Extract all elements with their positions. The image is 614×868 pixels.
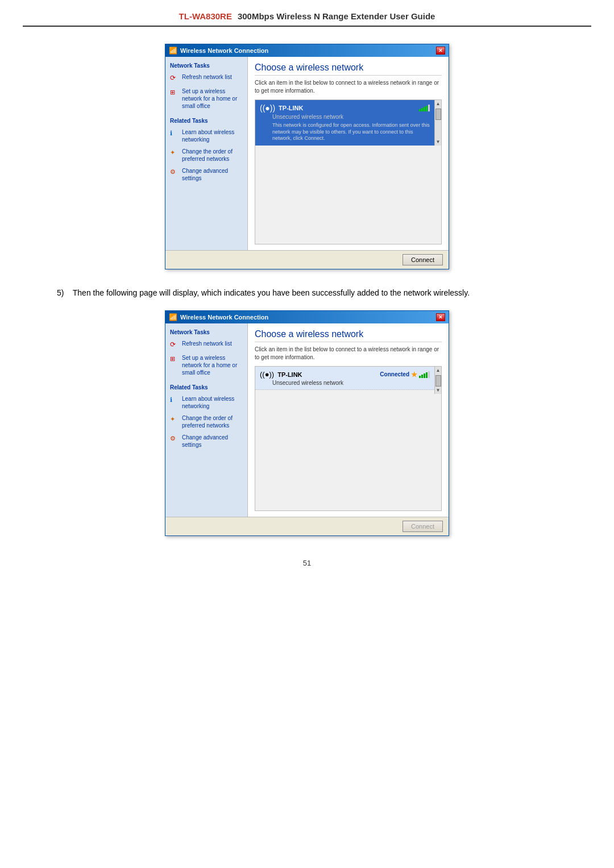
- sidebar-advanced[interactable]: Change advanced settings: [170, 167, 243, 182]
- scroll-down-arrow-2[interactable]: ▼: [435, 387, 442, 394]
- network-warning-1: This network is configured for open acce…: [272, 122, 430, 142]
- dialog-1-close-button[interactable]: ✕: [436, 47, 445, 55]
- dialog-1-sidebar: Network Tasks Refresh network list Set u…: [165, 57, 248, 250]
- sidebar-refresh-label: Refresh network list: [182, 73, 232, 81]
- scroll-thumb-2[interactable]: [435, 375, 441, 387]
- network-item-2[interactable]: ((●)) TP-LINK Connected ★: [255, 367, 434, 390]
- network-name-1: TP-LINK: [279, 105, 303, 111]
- learn-icon: [170, 129, 179, 138]
- sidebar-wireless-setup[interactable]: Set up a wireless network for a home or …: [170, 88, 243, 110]
- learn-icon-2: [170, 396, 179, 405]
- scroll-up-arrow[interactable]: ▲: [435, 100, 442, 107]
- network-item-1-header: ((●)) TP-LINK: [260, 103, 430, 113]
- connected-text: Connected: [380, 371, 409, 377]
- network-list-2[interactable]: ((●)) TP-LINK Connected ★: [255, 366, 442, 511]
- dialog-1-titlebar: 📶 Wireless Network Connection ✕: [165, 44, 449, 57]
- refresh-icon: [170, 74, 179, 83]
- network-item-2-header: ((●)) TP-LINK Connected ★: [260, 370, 430, 379]
- signal-bar-2-4: [426, 372, 428, 378]
- page-number: 51: [23, 559, 591, 567]
- sidebar-wireless-setup-2[interactable]: Set up a wireless network for a home or …: [170, 354, 243, 376]
- dialog-1-footer: Connect: [165, 250, 449, 269]
- sidebar-wireless-setup-label-2: Set up a wireless network for a home or …: [182, 354, 243, 376]
- dialog-2-sidebar: Network Tasks Refresh network list Set u…: [165, 323, 248, 517]
- header-model: TL-WA830RE: [179, 11, 232, 21]
- dialog-2-body: Network Tasks Refresh network list Set u…: [165, 323, 449, 517]
- network-status-2: Unsecured wireless network: [272, 380, 430, 386]
- signal-bar-5: [428, 105, 430, 111]
- sidebar-advanced-label: Change advanced settings: [182, 167, 243, 182]
- network-tasks-title-2: Network Tasks: [170, 329, 243, 335]
- dialog-2-titlebar-left: 📶 Wireless Network Connection: [169, 313, 268, 321]
- network-item-2-left: ((●)) TP-LINK: [260, 370, 302, 379]
- dialog-1-main: Choose a wireless network Click an item …: [248, 57, 449, 250]
- dialog-2-title: Wireless Network Connection: [180, 314, 268, 321]
- wireless-setup-icon-2: [170, 355, 179, 364]
- sidebar-learn-label: Learn about wireless networking: [182, 128, 243, 143]
- signal-bar-2-5: [428, 371, 430, 378]
- dialog-2-main: Choose a wireless network Click an item …: [248, 323, 449, 517]
- sidebar-refresh-label-2: Refresh network list: [182, 340, 232, 347]
- wifi-signal-icon: ((●)): [260, 103, 275, 113]
- dialog-1-titlebar-left: 📶 Wireless Network Connection: [169, 47, 268, 55]
- change-order-icon-2: [170, 415, 179, 424]
- signal-bars-2: [419, 371, 430, 378]
- scrollbar-1[interactable]: ▲ ▼: [434, 100, 441, 146]
- dialog-2: 📶 Wireless Network Connection ✕ Network …: [165, 310, 449, 536]
- network-status-1: Unsecured wireless network: [272, 114, 430, 120]
- sidebar-advanced-label-2: Change advanced settings: [182, 434, 243, 448]
- signal-bar-3: [424, 107, 425, 111]
- signal-bar-2: [421, 108, 423, 111]
- dialog-1-body: Network Tasks Refresh network list Set u…: [165, 57, 449, 250]
- wifi-title-icon: 📶: [169, 47, 177, 55]
- dialog-1-main-title: Choose a wireless network: [255, 63, 442, 76]
- sidebar-refresh-2[interactable]: Refresh network list: [170, 340, 243, 350]
- sidebar-wireless-setup-label: Set up a wireless network for a home or …: [182, 88, 243, 110]
- dialog-2-titlebar: 📶 Wireless Network Connection ✕: [165, 311, 449, 323]
- dialog-2-close-button[interactable]: ✕: [436, 313, 445, 321]
- connected-label: Connected ★: [380, 371, 430, 379]
- scrollbar-2[interactable]: ▲ ▼: [434, 367, 441, 394]
- sidebar-learn-2[interactable]: Learn about wireless networking: [170, 395, 243, 410]
- sidebar-change-order-2[interactable]: Change the order of preferred networks: [170, 414, 243, 429]
- advanced-icon-2: [170, 434, 179, 443]
- sidebar-learn-label-2: Learn about wireless networking: [182, 395, 243, 410]
- network-tasks-title: Network Tasks: [170, 63, 243, 69]
- wireless-setup-icon: [170, 88, 179, 97]
- related-tasks-title-2: Related Tasks: [170, 384, 243, 391]
- scroll-thumb-1[interactable]: [435, 109, 441, 120]
- connect-button-1[interactable]: Connect: [403, 254, 443, 265]
- sidebar-change-order-label-2: Change the order of preferred networks: [182, 414, 243, 429]
- star-icon: ★: [411, 371, 417, 379]
- network-list-1[interactable]: ((●)) TP-LINK: [255, 99, 442, 244]
- sidebar-learn[interactable]: Learn about wireless networking: [170, 128, 243, 143]
- wifi-title-icon-2: 📶: [169, 313, 177, 321]
- network-item-1[interactable]: ((●)) TP-LINK: [255, 100, 434, 146]
- network-item-1-left: ((●)) TP-LINK: [260, 103, 304, 113]
- dialog-1: 📶 Wireless Network Connection ✕ Network …: [165, 44, 449, 269]
- sidebar-change-order-label: Change the order of preferred networks: [182, 148, 243, 163]
- refresh-icon-2: [170, 340, 179, 350]
- dialog-1-main-desc: Click an item in the list below to conne…: [255, 79, 442, 95]
- scroll-down-arrow[interactable]: ▼: [435, 138, 442, 146]
- scroll-up-arrow-2[interactable]: ▲: [435, 367, 442, 374]
- sidebar-refresh[interactable]: Refresh network list: [170, 73, 243, 83]
- network-name-2: TP-LINK: [277, 371, 302, 378]
- signal-bar-2-1: [419, 376, 421, 378]
- advanced-icon: [170, 168, 179, 177]
- change-order-icon: [170, 148, 179, 157]
- step-5-number: 5): [57, 288, 64, 297]
- sidebar-change-order[interactable]: Change the order of preferred networks: [170, 148, 243, 163]
- connect-button-2[interactable]: Connect: [403, 521, 443, 532]
- dialog-2-main-title: Choose a wireless network: [255, 329, 442, 342]
- step-5-text: Then the following page will display, wh…: [73, 288, 470, 297]
- dialog-2-footer: Connect: [165, 517, 449, 535]
- dialog-2-main-desc: Click an item in the list below to conne…: [255, 346, 442, 362]
- signal-bar-4: [426, 106, 428, 111]
- related-tasks-title: Related Tasks: [170, 118, 243, 124]
- step-5-container: 5) Then the following page will display,…: [57, 286, 557, 299]
- dialog-1-title: Wireless Network Connection: [180, 47, 268, 54]
- wifi-signal-icon-2: ((●)): [260, 370, 274, 379]
- page-header: TL-WA830RE 300Mbps Wireless N Range Exte…: [23, 11, 591, 27]
- sidebar-advanced-2[interactable]: Change advanced settings: [170, 434, 243, 448]
